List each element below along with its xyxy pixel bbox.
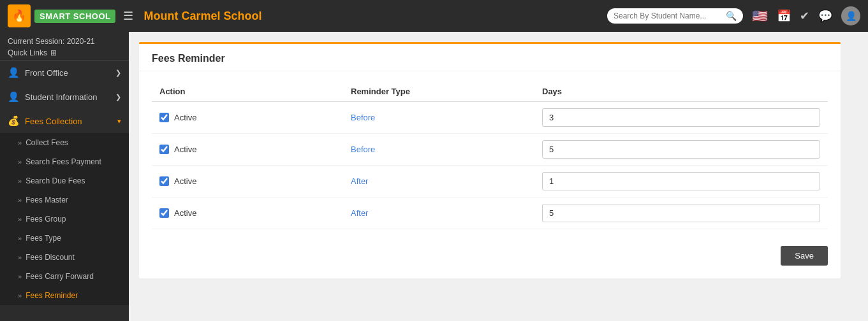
card-body: Action Reminder Type Days ActiveBeforeAc… <box>139 71 841 239</box>
reminder-type-value-3: After <box>351 208 368 218</box>
active-label-1: Active <box>174 145 196 154</box>
logo-wrap: 🔥 SMART SCHOOL <box>8 4 115 27</box>
checkbox-row-2[interactable] <box>159 176 169 186</box>
checkbox-row-3[interactable] <box>159 208 169 218</box>
search-bar: 🔍 <box>607 8 743 24</box>
bullet-collect-fees: » <box>18 139 22 146</box>
reminder-type-value-1: Before <box>351 145 375 154</box>
action-cell-1: Active <box>152 134 343 166</box>
table-row: ActiveAfter <box>152 166 828 197</box>
fees-reminder-card: Fees Reminder Action Reminder Type Days … <box>139 42 841 278</box>
submenu-fees-reminder[interactable]: » Fees Reminder <box>0 286 129 305</box>
front-office-arrow: ❯ <box>115 69 121 77</box>
student-info-icon: 👤 <box>8 91 20 103</box>
student-info-label: Student Information <box>25 92 97 102</box>
student-info-arrow: ❯ <box>115 93 121 101</box>
bullet-fees-carry-forward: » <box>18 273 22 280</box>
fees-collection-arrow: ▾ <box>117 117 121 125</box>
avatar[interactable]: 👤 <box>841 6 860 25</box>
sidebar: Current Session: 2020-21 Quick Links ⊞ 👤… <box>0 32 129 321</box>
sidebar-item-fees-collection[interactable]: 💰 Fees Collection ▾ <box>0 109 129 133</box>
bullet-fees-discount: » <box>18 253 22 261</box>
submenu-fees-discount[interactable]: » Fees Discount <box>0 248 129 267</box>
fees-collection-label: Fees Collection <box>25 117 82 126</box>
sidebar-item-front-office[interactable]: 👤 Front Office ❯ <box>0 61 129 85</box>
main-wrap: Current Session: 2020-21 Quick Links ⊞ 👤… <box>0 32 868 321</box>
fees-collection-icon: 💰 <box>8 115 20 127</box>
action-cell-0: Active <box>152 102 343 134</box>
th-action: Action <box>152 82 343 102</box>
sidebar-item-student-information[interactable]: 👤 Student Information ❯ <box>0 85 129 109</box>
reminder-table: Action Reminder Type Days ActiveBeforeAc… <box>152 82 828 229</box>
days-cell-2 <box>534 166 828 197</box>
days-input-1[interactable] <box>542 140 820 159</box>
check-icon[interactable]: ✔ <box>800 9 809 23</box>
reminder-type-value-0: Before <box>351 113 375 122</box>
school-title: Mount Carmel School <box>143 10 601 23</box>
whatsapp-icon[interactable]: 💬 <box>818 9 832 23</box>
days-cell-0 <box>534 102 828 134</box>
submenu-search-fees-payment[interactable]: » Search Fees Payment <box>0 152 129 171</box>
type-cell-3: After <box>343 197 534 229</box>
th-days: Days <box>534 82 828 102</box>
bullet-search-due-fees: » <box>18 177 22 185</box>
bullet-fees-master: » <box>18 196 22 204</box>
flag-icon[interactable]: 🇺🇸 <box>752 8 768 24</box>
submenu-fees-carry-forward[interactable]: » Fees Carry Forward <box>0 267 129 286</box>
table-row: ActiveBefore <box>152 102 828 134</box>
reminder-type-value-2: After <box>351 176 368 186</box>
th-reminder-type: Reminder Type <box>343 82 534 102</box>
submenu-fees-master[interactable]: » Fees Master <box>0 190 129 210</box>
fees-type-label: Fees Type <box>26 234 61 243</box>
checkbox-row-1[interactable] <box>159 145 169 154</box>
save-row: Save <box>139 239 841 266</box>
type-cell-0: Before <box>343 102 534 134</box>
top-navigation: 🔥 SMART SCHOOL ☰ Mount Carmel School 🔍 🇺… <box>0 0 868 32</box>
active-label-2: Active <box>174 176 196 186</box>
days-input-2[interactable] <box>542 172 820 190</box>
front-office-icon: 👤 <box>8 67 20 78</box>
bullet-fees-group: » <box>18 215 22 223</box>
fees-carry-forward-label: Fees Carry Forward <box>26 272 94 281</box>
days-cell-1 <box>534 134 828 166</box>
type-cell-1: Before <box>343 134 534 166</box>
active-label-0: Active <box>174 113 196 122</box>
days-input-3[interactable] <box>542 204 820 222</box>
calendar-icon[interactable]: 📅 <box>777 9 791 23</box>
active-label-3: Active <box>174 208 196 218</box>
quick-links-label: Quick Links <box>8 48 47 57</box>
grid-icon: ⊞ <box>50 48 57 57</box>
days-input-0[interactable] <box>542 108 820 127</box>
submenu-fees-type[interactable]: » Fees Type <box>0 229 129 248</box>
action-cell-2: Active <box>152 166 343 197</box>
submenu-search-due-fees[interactable]: » Search Due Fees <box>0 171 129 190</box>
fees-master-label: Fees Master <box>26 196 68 204</box>
content-area: Fees Reminder Action Reminder Type Days … <box>129 32 868 321</box>
fees-reminder-label: Fees Reminder <box>26 291 78 300</box>
bullet-search-fees-payment: » <box>18 158 22 166</box>
fees-group-label: Fees Group <box>26 215 66 224</box>
sidebar-session: Current Session: 2020-21 Quick Links ⊞ <box>0 32 129 61</box>
hamburger-icon[interactable]: ☰ <box>123 9 133 23</box>
logo-emoji: 🔥 <box>12 9 26 23</box>
bullet-fees-reminder: » <box>18 292 22 299</box>
collect-fees-label: Collect Fees <box>26 138 68 147</box>
bullet-fees-type: » <box>18 234 22 242</box>
checkbox-row-0[interactable] <box>159 113 169 122</box>
quick-links[interactable]: Quick Links ⊞ <box>8 48 121 57</box>
save-button[interactable]: Save <box>781 246 828 266</box>
logo-icon: 🔥 <box>8 4 31 27</box>
days-cell-3 <box>534 197 828 229</box>
search-input[interactable] <box>614 11 722 20</box>
logo-text: SMART SCHOOL <box>34 10 115 23</box>
submenu-fees-group[interactable]: » Fees Group <box>0 210 129 229</box>
card-title: Fees Reminder <box>139 44 841 71</box>
table-row: ActiveAfter <box>152 197 828 229</box>
search-fees-payment-label: Search Fees Payment <box>26 157 101 166</box>
action-cell-3: Active <box>152 197 343 229</box>
session-label: Current Session: 2020-21 <box>8 37 121 46</box>
front-office-label: Front Office <box>25 68 68 78</box>
type-cell-2: After <box>343 166 534 197</box>
submenu-collect-fees[interactable]: » Collect Fees <box>0 133 129 152</box>
search-icon[interactable]: 🔍 <box>726 11 737 21</box>
